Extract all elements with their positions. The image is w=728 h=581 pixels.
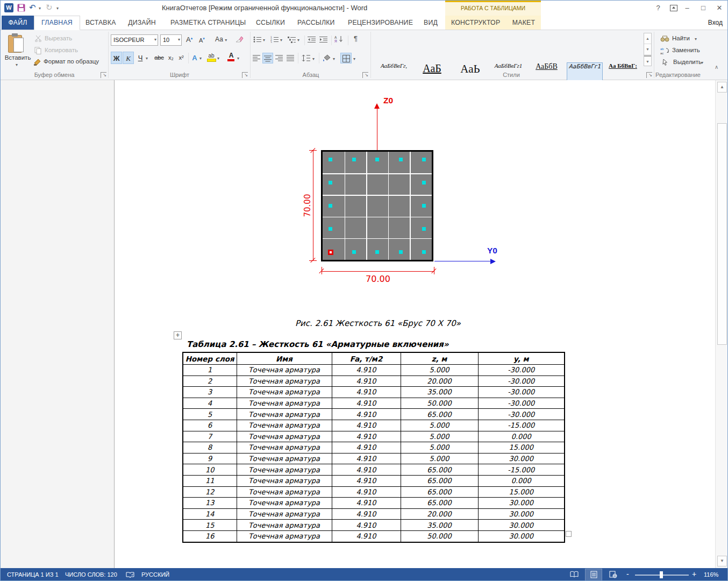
table-cell[interactable]: 4.910	[332, 431, 401, 442]
table-cell[interactable]: Точечная арматура	[237, 375, 332, 387]
table-cell[interactable]: 4.910	[332, 453, 401, 464]
redo-icon[interactable]: ↻	[46, 3, 53, 12]
table-cell[interactable]: 4.910	[332, 520, 401, 531]
strikethrough-button[interactable]: abc	[152, 52, 166, 64]
paragraph-dialog-launcher[interactable]: ↘	[362, 72, 368, 78]
font-color-button[interactable]: А	[227, 52, 235, 61]
table-cell[interactable]: 3	[183, 387, 237, 398]
table-resize-handle[interactable]	[566, 531, 572, 537]
table-header-cell[interactable]: Fa, т/м2	[332, 352, 401, 365]
table-cell[interactable]: 7	[183, 431, 237, 442]
table-header-cell[interactable]: y, м	[478, 352, 565, 365]
sort-icon[interactable]: А Я	[334, 36, 344, 43]
table-cell[interactable]: Точечная арматура	[237, 442, 332, 454]
table-cell[interactable]: Точечная арматура	[237, 453, 332, 464]
table-cell[interactable]: 4.910	[332, 464, 401, 476]
table-header-cell[interactable]: z, м	[401, 352, 478, 365]
font-name-combobox[interactable]: ISOCPEUR ▾	[111, 34, 158, 46]
copy-button[interactable]: Копировать	[45, 47, 78, 53]
align-left-icon[interactable]	[253, 55, 261, 61]
table-cell[interactable]: 35.000	[401, 387, 478, 398]
table-cell[interactable]: -30.000	[478, 387, 565, 398]
multilevel-list-dropdown-icon[interactable]: ▾	[297, 38, 299, 42]
tab-page-layout[interactable]: РАЗМЕТКА СТРАНИЦЫ	[170, 16, 244, 30]
read-mode-button[interactable]	[566, 569, 582, 580]
superscript-button[interactable]: x²	[176, 52, 186, 64]
help-button[interactable]: ?	[652, 3, 664, 13]
scrollbar-thumb[interactable]	[717, 123, 727, 345]
tab-home[interactable]: ГЛАВНАЯ	[34, 16, 80, 30]
paste-dropdown-icon[interactable]: ▾	[16, 62, 18, 67]
table-cell[interactable]: 2	[183, 375, 237, 387]
grow-font-button[interactable]: А▴	[186, 36, 192, 44]
table-cell[interactable]: 15.000	[478, 486, 565, 498]
select-dropdown-icon[interactable]: ▾	[701, 60, 703, 65]
table-cell[interactable]: -30.000	[478, 365, 565, 376]
table-cell[interactable]: 12	[183, 486, 237, 498]
table-cell[interactable]: Точечная арматура	[237, 508, 332, 520]
table-cell[interactable]: 8	[183, 442, 237, 454]
table-cell[interactable]: 30.000	[478, 498, 565, 509]
borders-button[interactable]	[340, 53, 352, 63]
tab-insert[interactable]: ВСТАВКА	[85, 16, 115, 30]
justify-icon[interactable]	[287, 55, 295, 61]
tab-references[interactable]: ССЫЛКИ	[255, 16, 286, 30]
scrollbar-down-button[interactable]: ▼	[717, 556, 727, 566]
table-cell[interactable]: 65.000	[401, 486, 478, 498]
table-cell[interactable]: 5.000	[401, 453, 478, 464]
table-cell[interactable]: Точечная арматура	[237, 398, 332, 409]
table-cell[interactable]: Точечная арматура	[237, 530, 332, 542]
clipboard-dialog-launcher[interactable]: ↘	[101, 72, 106, 78]
underline-dropdown-icon[interactable]: ▾	[146, 56, 148, 61]
zoom-in-button[interactable]: +	[692, 570, 696, 578]
replace-button[interactable]: Заменить	[672, 47, 700, 53]
table-cell[interactable]: 65.000	[401, 409, 478, 420]
table-cell[interactable]: 50.000	[401, 530, 478, 542]
table-cell[interactable]: -30.000	[478, 409, 565, 420]
table-cell[interactable]: -30.000	[478, 375, 565, 387]
table-cell[interactable]: Точечная арматура	[237, 387, 332, 398]
align-right-icon[interactable]	[275, 55, 283, 61]
shrink-font-button[interactable]: А▾	[199, 37, 205, 44]
table-cell[interactable]: 11	[183, 475, 237, 486]
save-icon[interactable]	[17, 4, 25, 12]
change-case-button[interactable]: Аа ▾	[215, 36, 227, 43]
sign-in[interactable]: Вход	[708, 19, 723, 26]
word-count[interactable]: ЧИСЛО СЛОВ: 120	[65, 571, 117, 578]
table-cell[interactable]: 4.910	[332, 530, 401, 542]
table-cell[interactable]: 13	[183, 498, 237, 509]
table-cell[interactable]: 4.910	[332, 475, 401, 486]
table-header-cell[interactable]: Имя	[237, 352, 332, 365]
table-cell[interactable]: 35.000	[401, 520, 478, 531]
table-cell[interactable]: 4.910	[332, 420, 401, 431]
cut-button[interactable]: Вырезать	[45, 35, 72, 41]
table-cell[interactable]: -15.000	[478, 420, 565, 431]
proofing-status-icon[interactable]	[126, 571, 134, 578]
table-cell[interactable]: 65.000	[401, 464, 478, 476]
font-size-combobox[interactable]: 10 ▾	[160, 34, 182, 46]
shading-dropdown-icon[interactable]: ▾	[333, 56, 335, 61]
format-painter-button[interactable]: Формат по образцу	[44, 58, 99, 65]
table-cell[interactable]: 16	[183, 530, 237, 542]
decrease-indent-icon[interactable]	[308, 36, 316, 43]
table-cell[interactable]: 65.000	[401, 475, 478, 486]
table-cell[interactable]: Точечная арматура	[237, 498, 332, 509]
bullet-list-icon[interactable]	[253, 36, 262, 43]
table-cell[interactable]: Точечная арматура	[237, 409, 332, 420]
table-cell[interactable]: 14	[183, 508, 237, 520]
table-cell[interactable]: 6	[183, 420, 237, 431]
table-cell[interactable]: 4	[183, 398, 237, 409]
tab-table-design[interactable]: КОНСТРУКТОР	[451, 16, 499, 30]
table-cell[interactable]: 5.000	[401, 442, 478, 454]
increase-indent-icon[interactable]	[319, 36, 328, 43]
close-button[interactable]: ✕	[713, 3, 725, 13]
table-cell[interactable]: 30.000	[478, 453, 565, 464]
font-dialog-launcher[interactable]: ↘	[242, 72, 248, 78]
select-button[interactable]: Выделить	[673, 59, 702, 65]
highlight-dropdown-icon[interactable]: ▾	[217, 56, 219, 61]
line-spacing-icon[interactable]	[302, 54, 311, 62]
numbered-list-icon[interactable]: 123	[270, 36, 279, 43]
table-cell[interactable]: 4.910	[332, 486, 401, 498]
text-effects-button[interactable]: А	[190, 52, 199, 64]
table-cell[interactable]: Точечная арматура	[237, 520, 332, 531]
